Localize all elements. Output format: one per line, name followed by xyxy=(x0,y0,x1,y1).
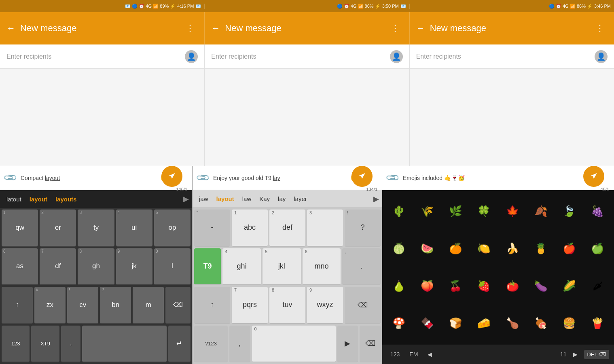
emoji-lemon[interactable]: 🍋 xyxy=(470,231,497,267)
recipient-section-2[interactable]: Enter recipients 👤 xyxy=(205,44,409,68)
emoji-poultry[interactable]: 🍗 xyxy=(499,306,526,342)
t9-sug-1[interactable]: jaw xyxy=(196,194,212,204)
menu-button-3[interactable]: ⋮ xyxy=(592,20,608,37)
recipient-section-3[interactable]: Enter recipients 👤 xyxy=(410,44,614,68)
emoji-melon[interactable]: 🍈 xyxy=(385,231,412,267)
key-zx[interactable]: #zx xyxy=(34,287,66,324)
suggestion-arrow[interactable]: ▶ xyxy=(183,195,189,203)
t9-layout-link[interactable]: lay xyxy=(273,175,280,181)
t9-key-space[interactable]: 0 xyxy=(252,326,336,363)
emoji-next-btn[interactable]: ▶ xyxy=(570,349,581,359)
t9-key-wxyz[interactable]: 9 wxyz xyxy=(307,287,343,324)
back-button-3[interactable]: ← xyxy=(416,23,425,34)
contact-icon-1[interactable]: 👤 xyxy=(185,50,198,63)
t9-key-pqrs[interactable]: 7 pqrs xyxy=(232,287,268,324)
t9-key-abc[interactable]: 1 abc xyxy=(232,210,268,247)
emoji-strawberry[interactable]: 🍓 xyxy=(470,268,497,304)
emoji-del-btn[interactable]: DEL ⌫ xyxy=(584,350,609,359)
emoji-cactus[interactable]: 🌵 xyxy=(385,193,412,229)
t9-arrow[interactable]: ▶ xyxy=(373,195,379,203)
key-enter-1[interactable]: ↵ xyxy=(168,326,191,363)
t9-sug-2[interactable]: layout xyxy=(213,194,237,204)
message-area-3[interactable] xyxy=(410,69,614,166)
key-jk[interactable]: 9jk xyxy=(116,248,152,286)
back-button-1[interactable]: ← xyxy=(6,23,15,34)
send-button-2[interactable] xyxy=(351,166,373,187)
emoji-pineapple[interactable]: 🍍 xyxy=(527,231,554,267)
suggestion-1[interactable]: latout xyxy=(3,194,25,204)
emoji-corn[interactable]: 🌽 xyxy=(556,268,582,304)
t9-key-sym[interactable]: ?123 xyxy=(194,326,228,363)
message-area-1[interactable] xyxy=(0,69,205,166)
contact-icon-3[interactable]: 👤 xyxy=(595,50,608,63)
t9-sug-4[interactable]: Kay xyxy=(256,194,273,204)
emoji-eggplant[interactable]: 🍆 xyxy=(527,268,554,304)
key-ui[interactable]: 4ui xyxy=(116,210,152,247)
compact-layout-link[interactable]: layout xyxy=(45,175,60,181)
key-gh[interactable]: 8gh xyxy=(78,248,114,286)
contact-icon-2[interactable]: 👤 xyxy=(390,50,403,63)
emoji-fallen-leaf[interactable]: 🍂 xyxy=(527,193,554,229)
t9-key-shift[interactable]: ↑ xyxy=(194,287,230,324)
emoji-cheese[interactable]: 🧀 xyxy=(470,306,497,342)
attachment-icon-2[interactable]: 📎 xyxy=(195,170,210,185)
emoji-burger[interactable]: 🍔 xyxy=(556,306,582,342)
emoji-fries[interactable]: 🍟 xyxy=(584,306,611,342)
t9-key-3[interactable]: 3 xyxy=(307,210,343,247)
emoji-123-btn[interactable]: 123 xyxy=(387,349,403,359)
emoji-watermelon[interactable]: 🍉 xyxy=(414,231,440,267)
key-comma-1[interactable]: , xyxy=(61,326,81,363)
t9-key-tuv[interactable]: 8 tuv xyxy=(269,287,305,324)
t9-key-dash[interactable]: " - xyxy=(194,210,230,247)
t9-key-t9active[interactable]: T9 xyxy=(194,248,221,286)
suggestion-3[interactable]: layouts xyxy=(52,194,80,204)
menu-button-2[interactable]: ⋮ xyxy=(387,20,403,37)
emoji-apple-red[interactable]: 🍎 xyxy=(556,231,582,267)
send-button-3[interactable] xyxy=(583,166,604,187)
key-m[interactable]: m xyxy=(133,287,164,324)
emoji-herb[interactable]: 🌿 xyxy=(442,193,469,229)
emoji-wheat[interactable]: 🌾 xyxy=(414,193,440,229)
recipient-section-1[interactable]: Enter recipients 👤 xyxy=(0,44,205,68)
key-qw[interactable]: 1qw xyxy=(2,210,38,247)
recipient-input-3[interactable]: Enter recipients xyxy=(416,53,595,60)
emoji-banana[interactable]: 🍌 xyxy=(499,231,526,267)
key-backspace-1[interactable]: ⌫ xyxy=(165,287,191,324)
key-as[interactable]: 6as xyxy=(2,248,38,286)
key-l[interactable]: 0l xyxy=(154,248,191,286)
menu-button-1[interactable]: ⋮ xyxy=(182,20,198,37)
emoji-peach[interactable]: 🍑 xyxy=(414,268,440,304)
emoji-fourleaf[interactable]: 🍀 xyxy=(470,193,497,229)
key-op[interactable]: 5op xyxy=(154,210,191,247)
attachment-icon-3[interactable]: 📎 xyxy=(385,170,400,185)
t9-sug-3[interactable]: law xyxy=(239,194,255,204)
suggestion-2[interactable]: layout xyxy=(26,194,51,204)
emoji-tomato[interactable]: 🍅 xyxy=(499,268,526,304)
message-area-2[interactable] xyxy=(205,69,409,166)
t9-key-backspace[interactable]: ⌫ xyxy=(345,287,381,324)
emoji-prev-btn[interactable]: ◀ xyxy=(424,349,435,359)
attachment-icon-1[interactable]: 📎 xyxy=(3,170,18,185)
emoji-orange[interactable]: 🍊 xyxy=(442,231,469,267)
key-df[interactable]: 7df xyxy=(40,248,76,286)
emoji-leaf[interactable]: 🍃 xyxy=(556,193,582,229)
emoji-meat[interactable]: 🍖 xyxy=(527,306,554,342)
key-num123[interactable]: 123 xyxy=(2,326,30,363)
emoji-em-btn[interactable]: EM xyxy=(406,349,421,359)
emoji-bread[interactable]: 🍞 xyxy=(442,306,469,342)
t9-sug-6[interactable]: layer xyxy=(290,194,310,204)
emoji-grapes[interactable]: 🍇 xyxy=(584,193,611,229)
key-space-1[interactable] xyxy=(82,326,166,363)
emoji-chocolate[interactable]: 🍫 xyxy=(414,306,440,342)
emoji-pepper[interactable]: 🌶 xyxy=(584,268,611,304)
emoji-mushroom[interactable]: 🍄 xyxy=(385,306,412,342)
emoji-cherries[interactable]: 🍒 xyxy=(442,268,469,304)
key-xt9[interactable]: XT9 xyxy=(31,326,59,363)
back-button-2[interactable]: ← xyxy=(211,23,220,34)
key-shift[interactable]: ↑ xyxy=(2,287,33,324)
key-ty[interactable]: 3ty xyxy=(78,210,114,247)
emoji-pear[interactable]: 🍐 xyxy=(385,268,412,304)
t9-key-comma[interactable]: , xyxy=(229,326,250,363)
t9-key-period[interactable]: , . xyxy=(342,248,381,286)
t9-key-mno[interactable]: 6 mno xyxy=(303,248,341,286)
